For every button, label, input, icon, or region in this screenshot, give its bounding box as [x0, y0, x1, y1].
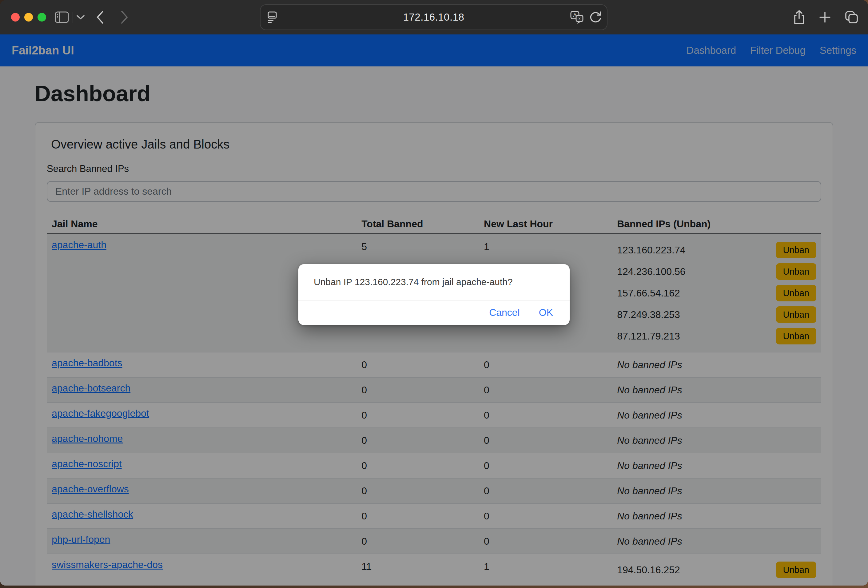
tab-overview-icon[interactable] — [844, 10, 859, 24]
reload-icon[interactable] — [589, 10, 602, 24]
share-icon[interactable] — [793, 10, 805, 25]
url-text[interactable]: 172.16.10.18 — [261, 11, 607, 23]
back-button-icon[interactable] — [96, 0, 104, 34]
sidebar-toggle-icon[interactable] — [55, 0, 69, 34]
browser-toolbar: 172.16.10.18 A x — [0, 0, 868, 34]
translate-icon[interactable]: A x — [570, 10, 583, 24]
new-tab-icon[interactable] — [819, 11, 831, 24]
close-window-button[interactable] — [11, 13, 20, 22]
page-viewport: Fail2ban UI DashboardFilter DebugSetting… — [0, 34, 868, 585]
minimize-window-button[interactable] — [24, 13, 33, 22]
toolbar-divider — [72, 12, 73, 24]
browser-window: 172.16.10.18 A x — [0, 0, 868, 585]
chevron-down-icon[interactable] — [76, 0, 85, 34]
ok-button[interactable]: OK — [539, 307, 553, 318]
address-bar[interactable]: 172.16.10.18 A x — [260, 4, 607, 30]
confirm-dialog: Unban IP 123.160.223.74 from jail apache… — [298, 264, 570, 325]
cancel-button[interactable]: Cancel — [489, 307, 520, 318]
confirm-dialog-message: Unban IP 123.160.223.74 from jail apache… — [298, 264, 570, 300]
zoom-window-button[interactable] — [37, 13, 46, 22]
traffic-lights — [11, 13, 46, 22]
forward-button-icon[interactable] — [121, 0, 128, 34]
svg-text:x: x — [579, 16, 581, 21]
